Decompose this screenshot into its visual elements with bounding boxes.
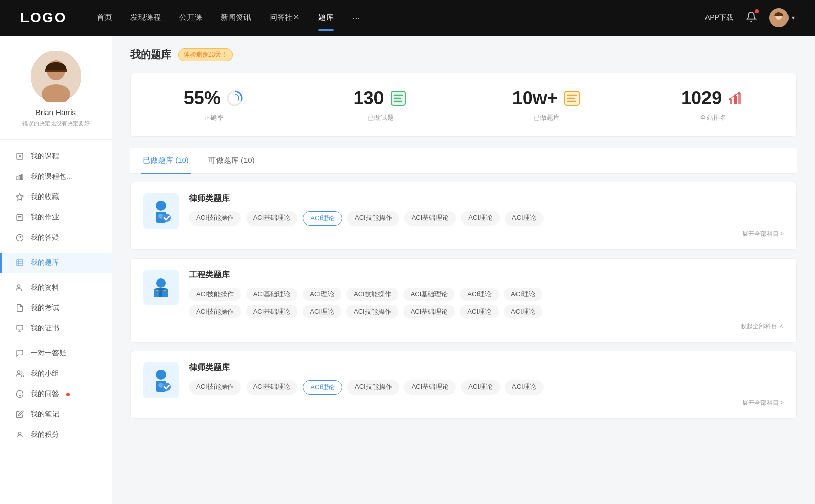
sidebar-item-profile[interactable]: 我的资料 [0, 277, 112, 298]
sidebar-label: 我的作业 [31, 213, 59, 222]
bank-card-header-2: 工程类题库 ACI技能操作 ACI基础理论 ACI理论 ACI技能操作 ACI基… [143, 270, 784, 331]
sidebar: Brian Harris 错误的决定比没有决定要好 我的课程 我的课程包... [0, 36, 112, 504]
bank-tag-active[interactable]: ACI理论 [303, 211, 342, 226]
bank-tag[interactable]: ACI基础理论 [404, 380, 456, 395]
user-avatar-menu[interactable]: ▾ [769, 8, 795, 27]
sidebar-item-question-bank[interactable]: 我的题库 [0, 253, 112, 273]
page-header: 我的题库 体验剩余23天！ [130, 48, 797, 62]
bank-tag[interactable]: ACI理论 [303, 305, 341, 318]
expand-link-1[interactable]: 展开全部科目 > [189, 230, 784, 238]
profile-motto: 错误的决定比没有决定要好 [10, 120, 101, 127]
nav-qa[interactable]: 问答社区 [269, 13, 300, 23]
table-icon [15, 258, 24, 267]
bank-tag[interactable]: ACI技能操作 [346, 305, 398, 318]
sidebar-item-exam[interactable]: 我的考试 [0, 298, 112, 318]
tab-done-banks[interactable]: 已做题库 (10) [141, 149, 191, 174]
sidebar-divider-2 [0, 275, 112, 275]
bank-icon-lawyer-1 [143, 193, 179, 229]
sidebar-label: 一对一答疑 [31, 349, 66, 358]
bank-tags-2-row2: ACI技能操作 ACI基础理论 ACI理论 ACI技能操作 ACI基础理论 AC… [189, 305, 784, 318]
logo[interactable]: LOGO [20, 10, 66, 26]
bank-tag[interactable]: ACI技能操作 [189, 305, 241, 318]
document-icon [15, 152, 24, 161]
bank-tag[interactable]: ACI技能操作 [347, 380, 399, 395]
nav-more[interactable]: ··· [352, 13, 360, 23]
bank-tag[interactable]: ACI基础理论 [404, 211, 456, 226]
bank-tag[interactable]: ACI理论 [505, 380, 544, 395]
bank-card-3: 律师类题库 ACI技能操作 ACI基础理论 ACI理论 ACI技能操作 ACI基… [130, 351, 797, 419]
bank-name-2: 工程类题库 [189, 270, 784, 281]
svg-rect-13 [17, 215, 23, 221]
svg-rect-44 [738, 93, 741, 104]
sidebar-label: 我的问答 [31, 389, 59, 399]
bank-tag[interactable]: ACI理论 [461, 380, 500, 395]
bank-tag[interactable]: ACI技能操作 [189, 288, 241, 301]
sidebar-item-homework[interactable]: 我的作业 [0, 207, 112, 228]
bank-tag[interactable]: ACI理论 [504, 288, 542, 301]
sidebar-item-my-course[interactable]: 我的课程 [0, 146, 112, 166]
bank-tag[interactable]: ACI基础理论 [403, 288, 455, 301]
sidebar-item-course-package[interactable]: 我的课程包... [0, 166, 112, 187]
chevron-down-icon: ▾ [792, 14, 795, 21]
sidebar-item-my-qa[interactable]: 我的问答 [0, 384, 112, 404]
expand-link-3[interactable]: 展开全部科目 > [189, 399, 784, 407]
sidebar-item-certificate[interactable]: 我的证书 [0, 318, 112, 339]
stat-accuracy: 55% 正确率 [131, 88, 297, 122]
bank-tag[interactable]: ACI理论 [461, 211, 500, 226]
nav-news[interactable]: 新闻资讯 [221, 13, 251, 23]
sidebar-menu: 我的课程 我的课程包... 我的收藏 我的作业 [0, 140, 112, 451]
svg-point-46 [734, 94, 736, 96]
svg-rect-11 [21, 174, 23, 180]
bank-tag[interactable]: ACI基础理论 [246, 288, 298, 301]
bank-tag[interactable]: ACI理论 [460, 288, 499, 301]
bank-tag[interactable]: ACI技能操作 [347, 211, 399, 226]
svg-point-48 [156, 201, 166, 211]
svg-point-31 [231, 94, 239, 102]
bank-tag-active[interactable]: ACI理论 [303, 380, 342, 395]
profile-avatar [31, 51, 82, 102]
sidebar-item-1to1-qa[interactable]: 一对一答疑 [0, 343, 112, 363]
nav-discover[interactable]: 发现课程 [130, 13, 161, 23]
svg-rect-23 [17, 325, 23, 330]
bank-tag[interactable]: ACI理论 [303, 288, 341, 301]
sidebar-item-group[interactable]: 我的小组 [0, 363, 112, 384]
stat-value-row: 55% [184, 88, 244, 109]
svg-point-27 [16, 390, 23, 397]
bank-tag[interactable]: ACI理论 [504, 305, 542, 318]
app-download-link[interactable]: APP下载 [705, 13, 734, 22]
bank-tag[interactable]: ACI基础理论 [246, 211, 298, 226]
bank-tag[interactable]: ACI基础理论 [246, 305, 298, 318]
award-icon [15, 324, 24, 333]
bank-tag[interactable]: ACI技能操作 [346, 288, 398, 301]
bank-icon-lawyer-2 [143, 362, 179, 398]
stat-label-2: 已做试题 [367, 113, 394, 122]
svg-rect-18 [17, 260, 23, 266]
bank-tag[interactable]: ACI理论 [505, 211, 544, 226]
clipboard-icon [15, 213, 24, 222]
navbar: LOGO 首页 发现课程 公开课 新闻资讯 问答社区 题库 ··· APP下载 [0, 0, 815, 36]
sidebar-item-points[interactable]: 我的积分 [0, 425, 112, 445]
notification-bell[interactable] [746, 11, 757, 25]
sidebar-item-notes[interactable]: 我的笔记 [0, 404, 112, 425]
nav-menu: 首页 发现课程 公开课 新闻资讯 问答社区 题库 ··· [97, 13, 705, 23]
bar-chart-red-icon [727, 89, 745, 107]
users-icon [15, 283, 24, 292]
svg-point-45 [729, 98, 731, 100]
bank-tag[interactable]: ACI理论 [460, 305, 499, 318]
bank-tag[interactable]: ACI基础理论 [403, 305, 455, 318]
sidebar-item-qa[interactable]: 我的答疑 [0, 228, 112, 248]
bank-tag[interactable]: ACI技能操作 [189, 380, 241, 395]
bank-tag[interactable]: ACI基础理论 [246, 380, 298, 395]
bank-tag[interactable]: ACI技能操作 [189, 211, 241, 226]
tab-available-banks[interactable]: 可做题库 (10) [206, 149, 257, 174]
sidebar-label: 我的证书 [31, 324, 59, 333]
nav-open-course[interactable]: 公开课 [179, 13, 202, 23]
svg-point-22 [17, 285, 20, 287]
nav-home[interactable]: 首页 [97, 13, 112, 23]
stat-value-row-2: 130 [354, 88, 408, 109]
nav-question-bank[interactable]: 题库 [318, 13, 334, 23]
expand-link-2[interactable]: 收起全部科目 ∧ [189, 322, 784, 331]
sidebar-label: 我的课程包... [31, 172, 72, 181]
sidebar-item-favorites[interactable]: 我的收藏 [0, 187, 112, 207]
group-icon [15, 369, 24, 378]
